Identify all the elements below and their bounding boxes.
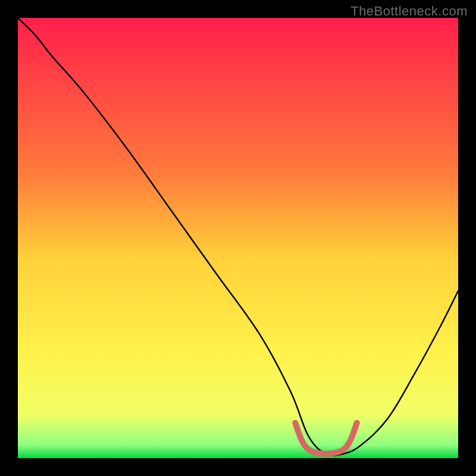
chart-plot-area bbox=[18, 18, 458, 458]
chart-frame: TheBottleneck.com bbox=[0, 0, 476, 476]
watermark-label: TheBottleneck.com bbox=[350, 4, 468, 19]
chart-background bbox=[18, 18, 458, 458]
chart-svg bbox=[18, 18, 458, 458]
